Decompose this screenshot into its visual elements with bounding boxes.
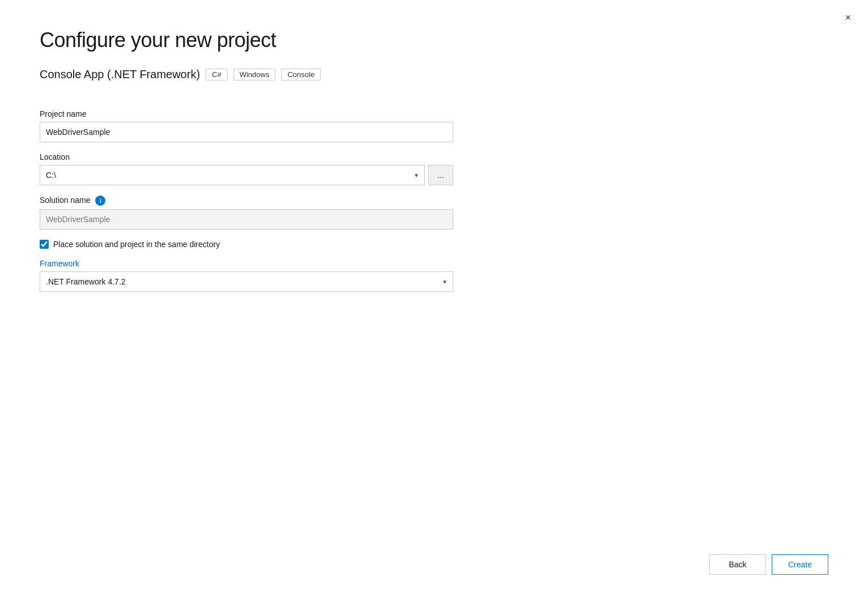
configure-project-dialog: × Configure your new project Console App…	[0, 0, 868, 603]
close-button[interactable]: ×	[841, 10, 854, 25]
create-button[interactable]: Create	[772, 554, 828, 575]
location-row: C:\ ▼ ...	[40, 165, 453, 185]
same-directory-checkbox[interactable]	[40, 240, 49, 249]
form-section: Project name Location C:\ ▼ ... Solution…	[40, 99, 453, 292]
back-button[interactable]: Back	[709, 554, 766, 575]
solution-name-input[interactable]	[40, 209, 453, 230]
page-title: Configure your new project	[40, 28, 828, 52]
footer-row: Back Create	[709, 554, 828, 575]
framework-select[interactable]: .NET Framework 4.7.2	[40, 271, 453, 292]
location-select[interactable]: C:\	[40, 165, 425, 185]
browse-button[interactable]: ...	[428, 165, 453, 185]
same-directory-label[interactable]: Place solution and project in the same d…	[53, 240, 220, 249]
solution-name-info-icon[interactable]: i	[95, 196, 105, 206]
location-label: Location	[40, 152, 453, 162]
tag-windows: Windows	[233, 69, 276, 80]
project-type-name: Console App (.NET Framework)	[40, 68, 200, 81]
tag-console: Console	[281, 69, 321, 80]
framework-select-wrapper: .NET Framework 4.7.2 ▼	[40, 271, 453, 292]
project-type-row: Console App (.NET Framework) C# Windows …	[40, 68, 828, 81]
project-name-input[interactable]	[40, 122, 453, 142]
tag-csharp: C#	[206, 69, 228, 80]
solution-name-label: Solution name i	[40, 196, 453, 206]
location-select-wrapper: C:\ ▼	[40, 165, 425, 185]
same-directory-row: Place solution and project in the same d…	[40, 240, 453, 249]
framework-label: Framework	[40, 259, 453, 268]
project-name-label: Project name	[40, 109, 453, 118]
